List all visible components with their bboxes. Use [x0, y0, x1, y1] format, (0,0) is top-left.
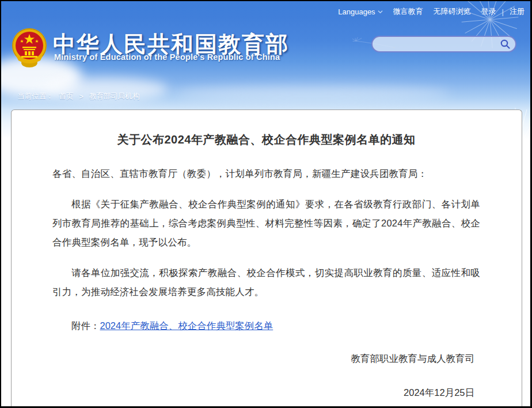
notice-paragraph: 根据《关于征集产教融合、校企合作典型案例的通知》要求，在各省级教育行政部门、各计… [52, 195, 480, 252]
site-subtitle: Ministry of Education of the People's Re… [54, 52, 280, 62]
attachment-link[interactable]: 2024年产教融合、校企合作典型案例名单 [100, 320, 273, 331]
search-button[interactable] [498, 37, 515, 51]
search-input[interactable] [373, 37, 498, 51]
breadcrumb: 当前位置： 首页 > 教育部司局机构 [17, 92, 139, 101]
breadcrumb-home-link[interactable]: 首页 [59, 92, 74, 101]
page: Languages 微言教育 无障碍浏览 登录 | 注册 中华人民共和国教育部 … [0, 0, 532, 408]
accessibility-browse-link[interactable]: 无障碍浏览 [434, 6, 471, 17]
topbar: Languages 微言教育 无障碍浏览 登录 | 注册 [1, 1, 530, 22]
search-icon [500, 39, 510, 49]
notice-signer: 教育部职业教育与成人教育司 [52, 349, 480, 368]
notice-card: 关于公布2024年产教融合、校企合作典型案例名单的通知 各省、自治区、直辖市教育… [11, 109, 522, 407]
cloud-decoration [174, 85, 450, 101]
languages-label: Languages [338, 7, 375, 16]
attachment-label: 附件： [71, 320, 100, 331]
search-box [371, 36, 516, 52]
breadcrumb-separator: > [79, 93, 83, 101]
notice-body: 各省、自治区、直辖市教育厅（教委），计划单列市教育局，新疆生产建设兵团教育局： … [52, 164, 480, 402]
login-link[interactable]: 登录 [481, 6, 496, 17]
attachment-line: 附件：2024年产教融合、校企合作典型案例名单 [52, 316, 480, 335]
breadcrumb-label: 当前位置： [17, 92, 54, 101]
breadcrumb-current[interactable]: 教育部司局机构 [89, 92, 140, 101]
notice-date: 2024年12月25日 [52, 383, 480, 402]
national-emblem-logo [12, 27, 47, 69]
site-header: 中华人民共和国教育部 Ministry of Education of the … [1, 24, 530, 88]
weiyan-education-link[interactable]: 微言教育 [393, 6, 423, 17]
languages-menu[interactable]: Languages [338, 7, 382, 16]
notice-salutation: 各省、自治区、直辖市教育厅（教委），计划单列市教育局，新疆生产建设兵团教育局： [52, 164, 480, 183]
chevron-down-icon [378, 9, 383, 14]
notice-paragraph: 请各单位加强交流，积极探索产教融合、校企合作模式，切实提高职业教育的质量、适应性… [52, 263, 480, 301]
topbar-divider: | [502, 7, 504, 16]
register-link[interactable]: 注册 [510, 6, 525, 17]
notice-title: 关于公布2024年产教融合、校企合作典型案例名单的通知 [52, 132, 480, 147]
